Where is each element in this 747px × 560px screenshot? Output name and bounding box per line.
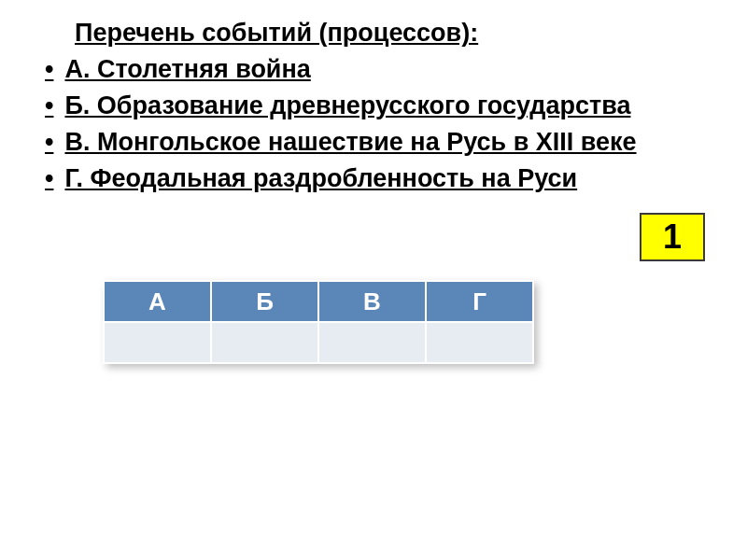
- table-header-v: В: [318, 281, 426, 322]
- bullet-icon: •: [45, 128, 53, 157]
- table-header-g: Г: [426, 281, 533, 322]
- item-text: А. Столетняя война: [64, 55, 691, 84]
- list-item-a: • А. Столетняя война: [37, 55, 691, 84]
- item-text: Б. Образование древнерусского государств…: [64, 91, 691, 120]
- list-item-b: • Б. Образование древнерусского государс…: [37, 91, 691, 120]
- bullet-icon: •: [45, 91, 53, 120]
- item-text: Г. Феодальная раздробленность на Руси: [64, 164, 691, 193]
- list-item-g: • Г. Феодальная раздробленность на Руси: [37, 164, 691, 193]
- item-text: В. Монгольское нашествие на Русь в XIII …: [64, 128, 691, 157]
- list-item-v: • В. Монгольское нашествие на Русь в XII…: [37, 128, 691, 157]
- answer-table: А Б В Г: [103, 280, 534, 364]
- bullet-icon: •: [45, 164, 53, 193]
- bullet-icon: •: [45, 55, 53, 84]
- table-header-b: Б: [211, 281, 318, 322]
- list-heading: Перечень событий (процессов):: [75, 19, 691, 48]
- content-area: Перечень событий (процессов): • А. Столе…: [0, 0, 747, 219]
- table-cell-v[interactable]: [318, 322, 426, 363]
- table-header-row: А Б В Г: [104, 281, 533, 322]
- table-cell-b[interactable]: [211, 322, 318, 363]
- table-header-a: А: [104, 281, 211, 322]
- table-cell-a[interactable]: [104, 322, 211, 363]
- question-number-box: 1: [640, 213, 705, 261]
- table-row: [104, 322, 533, 363]
- table-cell-g[interactable]: [426, 322, 533, 363]
